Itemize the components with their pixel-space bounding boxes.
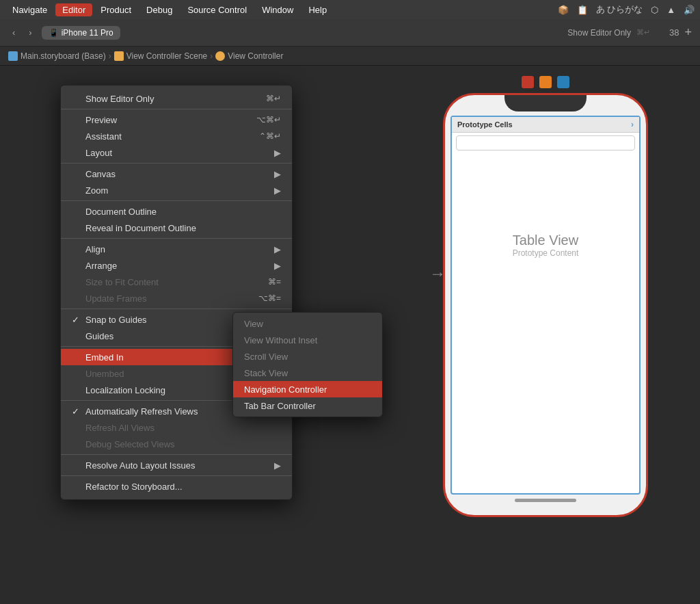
submenu-tab-bar-controller-label: Tab Bar Controller [244, 401, 316, 411]
arrange-label: Arrange [85, 261, 274, 271]
menu-source-control[interactable]: Source Control [180, 3, 254, 16]
add-button[interactable]: + [684, 25, 692, 40]
menu-section-4: Document Outline Reveal in Document Outl… [61, 201, 292, 239]
debug-selected-label: Debug Selected Views [85, 439, 281, 449]
submenu-stack-view: Stack View [233, 365, 382, 381]
main-content: → Prototype Cells › Table View Prototype… [0, 66, 700, 604]
menu-section-2: Preview ⌥⌘↵ Assistant ⌃⌘↵ Layout ▶ [61, 109, 292, 163]
preview-shortcut: ⌥⌘↵ [256, 115, 281, 124]
device-icon: 📱 [49, 28, 59, 38]
show-editor-shortcut-key: ⌘↵ [266, 94, 281, 103]
menu-window[interactable]: Window [255, 3, 300, 16]
layout-label: Layout [85, 148, 274, 158]
menu-refactor[interactable]: Refactor to Storyboard... [61, 478, 292, 495]
reveal-in-outline-label: Reveal in Document Outline [85, 223, 281, 233]
submenu-view-without-inset: View Without Inset [233, 332, 382, 348]
submenu-scroll-view-label: Scroll View [244, 352, 288, 362]
blue-icon [557, 76, 569, 88]
menu-layout[interactable]: Layout ▶ [61, 144, 292, 161]
menu-section-5: Align ▶ Arrange ▶ Size to Fit Content ⌘=… [61, 239, 292, 309]
menu-assistant[interactable]: Assistant ⌃⌘↵ [61, 128, 292, 144]
phone-top-icons [522, 76, 569, 88]
breadcrumb-scene-label: View Controller Scene [126, 51, 208, 61]
prototype-cells-header: Prototype Cells › [452, 117, 639, 133]
menu-document-outline[interactable]: Document Outline [61, 203, 292, 220]
submenu-view-label: View [244, 319, 263, 329]
table-view-main-text: Table View [452, 233, 639, 248]
submenu-navigation-controller[interactable]: Navigation Controller [233, 381, 382, 397]
storyboard-icon [8, 51, 18, 61]
update-frames-shortcut: ⌥⌘= [258, 293, 281, 303]
menu-show-editor-only[interactable]: Show Editor Only ⌘↵ [61, 90, 292, 107]
menu-resolve-auto-layout[interactable]: Resolve Auto Layout Issues ▶ [61, 457, 292, 473]
show-editor-shortcut: ⌘↵ [636, 28, 650, 37]
search-bar-mock [456, 135, 635, 150]
align-label: Align [85, 244, 274, 254]
canvas-arrow: ▶ [274, 169, 281, 179]
refresh-all-label: Refresh All Views [85, 423, 281, 433]
nav-back-button[interactable]: ‹ [8, 26, 19, 39]
submenu-scroll-view: Scroll View [233, 348, 382, 365]
assistant-shortcut: ⌃⌘↵ [259, 131, 281, 141]
menu-section-9: Resolve Auto Layout Issues ▶ [61, 455, 292, 476]
prototype-cells-label: Prototype Cells [457, 120, 513, 129]
bluetooth-icon: ⬡ [651, 5, 658, 15]
arrange-arrow: ▶ [274, 261, 281, 271]
align-arrow: ▶ [274, 244, 281, 254]
nav-forward-button[interactable]: › [25, 26, 36, 39]
menu-update-frames: Update Frames ⌥⌘= [61, 290, 292, 306]
phone-right-screen: Prototype Cells › Table View Prototype C… [450, 116, 641, 495]
size-to-fit-shortcut: ⌘= [268, 277, 281, 287]
menu-align[interactable]: Align ▶ [61, 241, 292, 257]
menu-help[interactable]: Help [301, 3, 334, 16]
layout-arrow: ▶ [274, 148, 281, 158]
breadcrumb-bar: Main.storyboard (Base) › View Controller… [0, 47, 700, 66]
snap-checkmark: ✓ [72, 315, 83, 325]
menu-debug[interactable]: Debug [139, 3, 179, 16]
dropbox-icon: 📦 [558, 5, 569, 15]
menu-bar: Navigate Editor Product Debug Source Con… [0, 0, 700, 19]
breadcrumb-scene[interactable]: View Controller Scene [114, 51, 208, 61]
menu-section-10: Refactor to Storyboard... [61, 476, 292, 497]
language-icon: あ ひらがな [596, 3, 643, 16]
menu-section-3: Canvas ▶ Zoom ▶ [61, 163, 292, 201]
breadcrumb-file[interactable]: Main.storyboard (Base) [8, 51, 106, 61]
breadcrumb-vc[interactable]: View Controller [215, 51, 283, 61]
menu-reveal-in-outline[interactable]: Reveal in Document Outline [61, 220, 292, 236]
menu-editor[interactable]: Editor [55, 3, 92, 16]
scheme-selector[interactable]: 📱 iPhone 11 Pro [42, 26, 120, 40]
submenu-tab-bar-controller[interactable]: Tab Bar Controller [233, 397, 382, 414]
menu-preview[interactable]: Preview ⌥⌘↵ [61, 111, 292, 128]
breadcrumb-sep-2: › [210, 51, 213, 61]
submenu-view: View [233, 315, 382, 332]
breadcrumb-vc-label: View Controller [228, 51, 283, 61]
orange-icon [539, 76, 552, 88]
refactor-label: Refactor to Storyboard... [85, 482, 281, 492]
breadcrumb-sep-1: › [109, 51, 111, 61]
update-frames-label: Update Frames [85, 293, 258, 304]
preview-label: Preview [85, 115, 256, 125]
menu-canvas[interactable]: Canvas ▶ [61, 166, 292, 182]
phone-right: Prototype Cells › Table View Prototype C… [443, 93, 648, 517]
resolve-auto-layout-arrow: ▶ [274, 460, 281, 471]
menu-product[interactable]: Product [94, 3, 138, 16]
menu-navigate[interactable]: Navigate [5, 3, 54, 16]
menu-debug-selected: Debug Selected Views [61, 436, 292, 452]
menu-section-1: Show Editor Only ⌘↵ [61, 88, 292, 109]
scheme-label: iPhone 11 Pro [62, 28, 113, 38]
menu-arrange[interactable]: Arrange ▶ [61, 257, 292, 274]
menu-bar-right-icons: 📦 📋 あ ひらがな ⬡ ▲ 🔊 [558, 3, 695, 16]
scene-icon [114, 51, 124, 61]
table-view-label: Table View Prototype Content [452, 233, 639, 258]
show-editor-label: Show Editor Only [85, 94, 266, 104]
wifi-icon: ▲ [667, 5, 675, 15]
breadcrumb-file-label: Main.storyboard (Base) [21, 51, 106, 61]
menu-zoom[interactable]: Zoom ▶ [61, 182, 292, 198]
vc-icon [215, 51, 225, 61]
resolve-auto-layout-label: Resolve Auto Layout Issues [85, 460, 274, 471]
prototype-cells-arrow: › [631, 120, 634, 129]
auto-refresh-checkmark: ✓ [72, 406, 83, 417]
show-editor-only-label: Show Editor Only [567, 28, 631, 38]
assistant-label: Assistant [85, 131, 259, 142]
submenu-stack-view-label: Stack View [244, 368, 288, 378]
